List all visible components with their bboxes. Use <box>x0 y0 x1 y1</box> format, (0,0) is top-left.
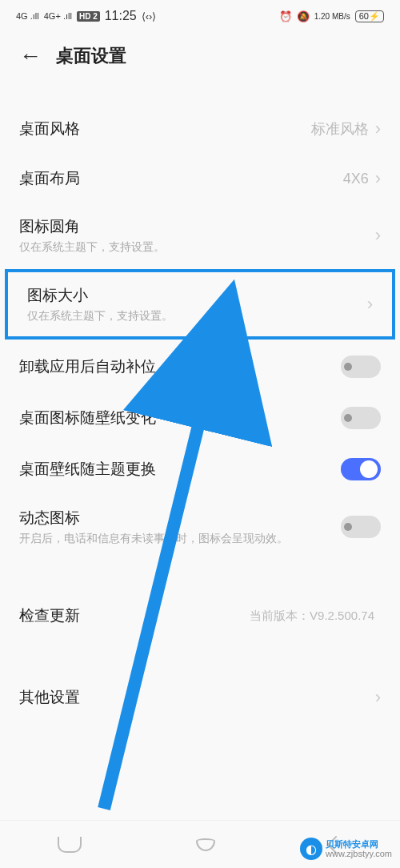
row-wallpaper-icon[interactable]: 桌面图标随壁纸变化 <box>0 392 400 444</box>
battery-badge: 60⚡ <box>355 10 384 22</box>
watermark-name: 贝斯特安卓网 <box>326 839 392 849</box>
row-theme-wallpaper[interactable]: 桌面壁纸随主题更换 <box>0 444 400 495</box>
row-dynamic-icon[interactable]: 动态图标 开启后，电话和信息有未读事件时，图标会呈现动效。 <box>0 495 400 559</box>
status-bar: 4G .ıll 4G+ .ıll HD 2 11:25 ⟨‹›⟩ ⏰ 🔕 1.2… <box>0 0 400 32</box>
row-desktop-style[interactable]: 桌面风格 标准风格 › <box>0 104 400 154</box>
watermark-logo-icon: ◐ <box>300 838 322 860</box>
row-autofill[interactable]: 卸载应用后自动补位 <box>0 341 400 392</box>
chevron-right-icon: › <box>375 168 381 189</box>
chevron-right-icon: › <box>375 687 381 708</box>
back-arrow-icon[interactable]: ← <box>19 43 42 69</box>
row-label: 图标大小 <box>27 285 367 306</box>
row-label: 卸载应用后自动补位 <box>19 356 341 377</box>
row-sublabel: 仅在系统主题下，支持设置。 <box>27 309 367 323</box>
row-check-update[interactable]: 检查更新 当前版本：V9.2.500.74 <box>0 591 400 641</box>
row-label: 桌面风格 <box>19 119 311 139</box>
alarm-icon: ⏰ <box>279 10 292 22</box>
row-label: 动态图标 <box>19 508 341 528</box>
nav-recent-icon[interactable] <box>58 837 82 853</box>
row-label: 桌面壁纸随主题更换 <box>19 459 341 480</box>
row-other-settings[interactable]: 其他设置 › <box>0 673 400 722</box>
signal-icon-1: 4G .ıll <box>16 11 39 21</box>
row-icon-size[interactable]: 图标大小 仅在系统主题下，支持设置。 › <box>8 272 392 336</box>
app-header: ← 桌面设置 <box>0 32 400 80</box>
row-desktop-layout[interactable]: 桌面布局 4X6 › <box>0 154 400 203</box>
row-label: 桌面图标随壁纸变化 <box>19 408 341 428</box>
toggle-wallpaper-icon[interactable] <box>341 407 381 429</box>
row-label: 桌面布局 <box>19 168 343 189</box>
row-value: 4X6 <box>343 171 369 187</box>
nav-home-icon[interactable] <box>196 838 215 851</box>
status-time: 11:25 <box>105 9 137 23</box>
row-label: 检查更新 <box>19 605 250 626</box>
watermark-url: www.zjbstyy.com <box>326 849 392 858</box>
row-icon-corner[interactable]: 图标圆角 仅在系统主题下，支持设置。 › <box>0 203 400 267</box>
row-label: 其他设置 <box>19 687 375 708</box>
chevron-right-icon: › <box>375 225 381 246</box>
signal-icon-2: 4G+ .ıll <box>44 11 72 21</box>
row-sublabel: 仅在系统主题下，支持设置。 <box>19 240 375 255</box>
toggle-autofill[interactable] <box>341 356 381 378</box>
watermark: ◐ 贝斯特安卓网 www.zjbstyy.com <box>300 838 392 860</box>
hd-badge: HD 2 <box>77 11 100 22</box>
row-value: 标准风格 <box>311 119 369 139</box>
toggle-dynamic[interactable] <box>341 516 381 538</box>
wifi-transfer-icon: ⟨‹›⟩ <box>142 10 157 22</box>
chevron-right-icon: › <box>375 119 381 139</box>
highlight-box: 图标大小 仅在系统主题下，支持设置。 › <box>5 269 395 340</box>
row-label: 图标圆角 <box>19 216 375 237</box>
row-sublabel: 开启后，电话和信息有未读事件时，图标会呈现动效。 <box>19 532 341 546</box>
chevron-right-icon: › <box>367 294 373 315</box>
row-value: 当前版本：V9.2.500.74 <box>250 609 374 624</box>
net-speed: 1.20 MB/s <box>314 12 350 21</box>
mute-icon: 🔕 <box>297 10 310 22</box>
page-title: 桌面设置 <box>56 44 126 68</box>
toggle-theme-wallpaper[interactable] <box>341 458 381 480</box>
